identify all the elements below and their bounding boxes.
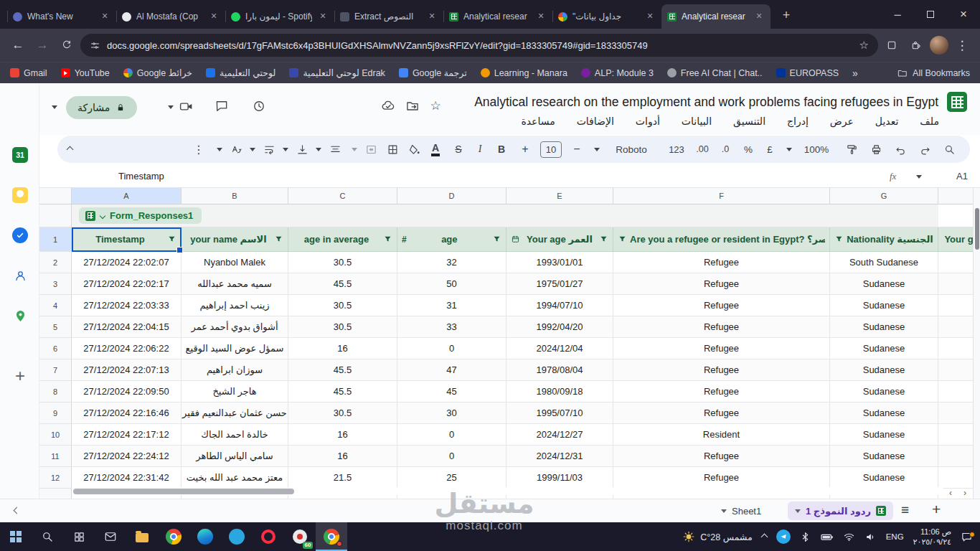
cell-age[interactable]: 33 xyxy=(397,316,507,338)
name-box[interactable]: A1 xyxy=(956,171,968,182)
browser-tab-google-sheets-home[interactable]: "جداول بيانات × xyxy=(552,4,661,29)
cell-age[interactable]: 0 xyxy=(397,446,507,467)
cell-name[interactable]: زينب احمد إبراهيم xyxy=(182,295,288,316)
cell-refugee-status[interactable]: Resident xyxy=(613,424,830,446)
forward-button[interactable]: → xyxy=(32,34,53,56)
cell-nationality[interactable]: Sudanese xyxy=(830,295,938,316)
cell-name[interactable]: سميه محمد عبدالله xyxy=(182,273,288,295)
bookmark-star-icon[interactable]: ☆ xyxy=(859,39,869,52)
increase-font-icon[interactable]: + xyxy=(517,136,534,163)
cell-refugee-status[interactable]: Refugee xyxy=(613,467,830,489)
cell-age[interactable]: 30 xyxy=(397,402,507,424)
browser-tab-spotify[interactable]: ليمون بارا - Spotify × xyxy=(225,4,334,29)
row-header-band[interactable] xyxy=(39,204,72,227)
reading-list-icon[interactable] xyxy=(881,34,903,56)
menu-item[interactable]: ملف xyxy=(918,115,941,128)
zoom-caret-icon[interactable] xyxy=(783,136,795,163)
bookmark-alp[interactable]: ALP: Module 3 xyxy=(581,68,654,78)
cell-timestamp[interactable]: 27/12/2024 22:03:33 xyxy=(72,295,182,316)
cell-age-average[interactable]: 16 xyxy=(288,424,397,446)
sheet-menu-caret-icon[interactable] xyxy=(721,509,727,513)
tab-close-icon[interactable]: × xyxy=(317,11,329,22)
menu-item[interactable]: أدوات xyxy=(633,115,662,128)
row-header[interactable] xyxy=(39,489,72,499)
menu-item[interactable]: مساعدة xyxy=(519,115,557,128)
maximize-button[interactable] xyxy=(914,0,947,29)
bookmark-europass[interactable]: EUROPASS xyxy=(776,68,839,78)
bookmark-youtube[interactable]: YouTube xyxy=(61,68,110,78)
cell-name[interactable]: حسن عثمان عبدالنعيم فقير xyxy=(182,402,288,424)
zoom-selector[interactable]: 100% xyxy=(799,136,834,163)
filter-icon[interactable] xyxy=(167,235,176,244)
font-family-selector[interactable]: Roboto xyxy=(608,136,654,163)
cell-your-age[interactable]: 2024/12/31 xyxy=(507,446,613,467)
sheet-tab-sheet1[interactable]: Sheet1 xyxy=(721,499,761,523)
edge-icon[interactable] xyxy=(189,522,221,551)
table-name-chip[interactable]: Form_Responses1 xyxy=(79,207,202,224)
filter-icon[interactable] xyxy=(834,235,844,244)
cell-age[interactable]: 31 xyxy=(397,295,507,316)
opera-icon[interactable] xyxy=(253,522,284,551)
cell-age[interactable]: 25 xyxy=(397,467,507,489)
extensions-icon[interactable] xyxy=(905,34,927,56)
menu-item[interactable]: إدراج xyxy=(785,115,811,128)
cell-refugee-status[interactable]: Refugee xyxy=(613,381,830,402)
cell-your-age[interactable]: 2024/12/27 xyxy=(507,424,613,446)
add-sheet-icon[interactable]: + xyxy=(932,501,941,518)
filter-icon[interactable] xyxy=(599,235,608,244)
all-sheets-icon[interactable]: ≡ xyxy=(901,502,909,518)
cell-refugee-status[interactable]: Refugee xyxy=(613,316,830,338)
close-button[interactable]: × xyxy=(947,0,980,29)
comments-button[interactable] xyxy=(212,97,231,116)
formula-input[interactable]: Timestamp xyxy=(118,171,164,182)
filter-icon[interactable] xyxy=(383,235,392,244)
name-box-caret-icon[interactable] xyxy=(916,175,922,179)
browser-tab-analytical-1[interactable]: Analytical resear × xyxy=(443,4,552,29)
account-switcher-caret-icon[interactable] xyxy=(52,105,57,109)
back-button[interactable]: ← xyxy=(7,34,29,56)
url-field[interactable]: docs.google.com/spreadsheets/d/17gFAMstc… xyxy=(80,34,878,57)
row-header[interactable]: 4 xyxy=(39,295,72,316)
chrome-icon[interactable] xyxy=(158,522,189,551)
header-cell-refugee-status[interactable]: Are you a refugee or resident in Egypt? … xyxy=(613,227,830,252)
column-header-E[interactable]: E xyxy=(507,188,613,204)
header-cell-age-average[interactable]: age in average xyxy=(288,227,397,252)
share-menu-caret-icon[interactable] xyxy=(168,105,174,109)
cell-age-average[interactable]: 21.5 xyxy=(288,467,397,489)
header-cell-age[interactable]: # age xyxy=(397,227,507,252)
cell-your-age[interactable]: 1992/04/20 xyxy=(507,316,613,338)
menu-item[interactable]: الإضافات xyxy=(575,115,616,128)
hidden-icons-chevron-icon[interactable] xyxy=(760,533,768,540)
maps-icon[interactable] xyxy=(11,307,29,324)
reload-button[interactable] xyxy=(56,34,77,56)
bookmark-manara[interactable]: Learning - Manara xyxy=(481,68,567,78)
cell-refugee-status[interactable]: Refugee xyxy=(613,295,830,316)
browser-icon[interactable] xyxy=(221,522,253,551)
cell-timestamp[interactable]: 27/12/2024 22:07:13 xyxy=(72,359,182,381)
browser-tab-active[interactable]: Analytical resear × xyxy=(661,4,771,29)
decrease-decimals-icon[interactable]: .00 xyxy=(692,136,713,163)
increase-decimals-icon[interactable]: .0 xyxy=(716,136,735,163)
cell-refugee-status[interactable]: Refugee xyxy=(613,446,830,467)
table-menu-chevron-icon[interactable] xyxy=(100,212,105,218)
cell-timestamp[interactable]: 27/12/2024 22:31:42 xyxy=(72,467,182,489)
font-size-field[interactable]: 10 xyxy=(537,136,565,163)
merge-cells-icon[interactable] xyxy=(362,136,380,163)
column-header-C[interactable]: C xyxy=(288,188,397,204)
cell-nationality[interactable]: Sudanese xyxy=(830,359,938,381)
sheet-menu-caret-icon[interactable] xyxy=(795,509,801,513)
bookmark-free-ai-chat[interactable]: Free AI Chat | Chat.. xyxy=(667,68,763,78)
decrease-font-icon[interactable]: − xyxy=(568,136,585,163)
cell-timestamp[interactable]: 27/12/2024 22:02:17 xyxy=(72,273,182,295)
text-wrap-icon[interactable] xyxy=(260,136,278,163)
wifi-icon[interactable] xyxy=(843,531,855,543)
cell-nationality[interactable]: Sudanese xyxy=(830,467,938,489)
cell-nationality[interactable]: Sudanese xyxy=(830,316,938,338)
sheets-logo[interactable] xyxy=(947,92,967,112)
bookmark-google-translate[interactable]: Google ترجمة xyxy=(399,67,467,78)
cell-your-age[interactable]: 1999/11/03 xyxy=(507,467,613,489)
browser-tab-whats-new[interactable]: What's New × xyxy=(7,4,116,29)
keep-icon[interactable] xyxy=(11,187,29,204)
header-cell-your-age[interactable]: Your age العمر xyxy=(507,227,613,252)
cell-age-average[interactable]: 16 xyxy=(288,338,397,359)
